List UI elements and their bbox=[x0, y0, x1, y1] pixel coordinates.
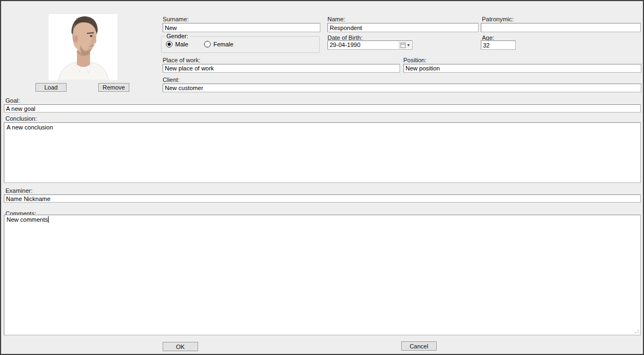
comments-textarea[interactable]: New comments bbox=[4, 215, 641, 335]
ok-button[interactable]: OK bbox=[163, 342, 198, 351]
comments-text: New comments bbox=[7, 216, 48, 223]
examiner-input[interactable] bbox=[4, 194, 641, 203]
remove-photo-button[interactable]: Remove bbox=[98, 83, 129, 92]
patronymic-label: Patronymic: bbox=[482, 16, 514, 22]
gender-label: Gender: bbox=[165, 33, 190, 39]
position-label: Position: bbox=[403, 57, 426, 63]
gender-male-option[interactable]: Male bbox=[166, 41, 188, 48]
female-radio-label: Female bbox=[213, 41, 234, 48]
name-input[interactable] bbox=[327, 23, 479, 32]
resize-grip[interactable] bbox=[634, 328, 639, 333]
surname-input[interactable] bbox=[163, 23, 320, 32]
examiner-label: Examiner: bbox=[5, 187, 33, 194]
goal-input[interactable] bbox=[4, 104, 641, 113]
male-portrait-image bbox=[49, 14, 117, 80]
position-input[interactable] bbox=[403, 64, 641, 73]
respondent-form-window: Load Remove Surname: Name: Patronymic: G… bbox=[0, 0, 644, 355]
calendar-icon bbox=[401, 43, 406, 48]
gender-female-option[interactable]: Female bbox=[204, 41, 234, 48]
conclusion-label: Conclusion: bbox=[5, 115, 37, 122]
place-of-work-input[interactable] bbox=[163, 64, 400, 73]
conclusion-text: A new conclusion bbox=[7, 124, 53, 131]
male-radio-button[interactable] bbox=[166, 41, 172, 48]
place-of-work-label: Place of work: bbox=[163, 57, 200, 63]
dropdown-arrow-icon: ▼ bbox=[407, 43, 410, 47]
date-of-birth-picker[interactable]: 29-04-1990 ▼ bbox=[327, 40, 413, 50]
client-label: Client: bbox=[163, 76, 180, 83]
age-input[interactable] bbox=[481, 40, 516, 50]
goal-label: Goal: bbox=[5, 97, 20, 104]
female-radio-button[interactable] bbox=[204, 41, 211, 48]
date-picker-dropdown-button[interactable]: ▼ bbox=[399, 42, 412, 49]
cancel-button[interactable]: Cancel bbox=[401, 341, 437, 351]
load-photo-button[interactable]: Load bbox=[35, 83, 67, 92]
date-of-birth-value: 29-04-1990 bbox=[330, 42, 360, 48]
male-radio-label: Male bbox=[175, 41, 188, 48]
conclusion-textarea[interactable]: A new conclusion bbox=[4, 122, 641, 183]
name-label: Name: bbox=[327, 16, 345, 22]
surname-label: Surname: bbox=[163, 16, 189, 22]
respondent-photo bbox=[49, 14, 117, 80]
client-input[interactable] bbox=[163, 84, 641, 92]
patronymic-input[interactable] bbox=[481, 23, 641, 32]
text-cursor bbox=[48, 216, 49, 223]
